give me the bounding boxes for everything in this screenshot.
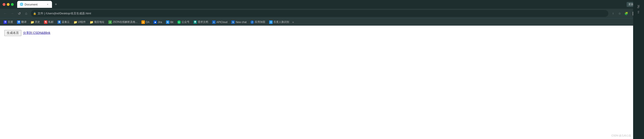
- bookmark-item-doc[interactable]: 需 需求文档: [192, 19, 210, 24]
- bookmark-item-translate[interactable]: 译 翻译: [15, 19, 28, 24]
- traffic-lights: [2, 3, 14, 6]
- cura-icon: ↺: [250, 20, 254, 24]
- bookmark-item-address[interactable]: 📁 项目地址: [88, 19, 106, 24]
- json-icon: J: [108, 20, 112, 24]
- tabs-area: 🌐 Document × +: [17, 1, 625, 8]
- bookmark-label: 项目地址: [94, 20, 104, 24]
- bookmark-item-jira[interactable]: ◆ Jira: [152, 20, 164, 24]
- bookmark-label: Jira: [158, 21, 162, 24]
- address-text: 文件 | /Users/jhxl/Desktop/名言生成器.html: [38, 11, 606, 15]
- bookmark-label: 百度: [8, 20, 13, 24]
- new-tab-button[interactable]: +: [53, 1, 59, 7]
- lock-icon: 🔒: [33, 12, 36, 15]
- bookmark-label: UI组件: [78, 20, 86, 24]
- bookmark-item-bit[interactable]: B Bit: [164, 20, 175, 24]
- folder-icon: 📁: [30, 20, 34, 24]
- bookmark-label: APICloud: [216, 21, 228, 24]
- baiduface-icon: AI: [269, 20, 272, 24]
- bookmark-label: JSON在线解析及格...: [113, 20, 138, 24]
- share-button[interactable]: ↑: [610, 10, 616, 16]
- refresh-button[interactable]: ↺: [16, 10, 22, 16]
- bookmark-item-history[interactable]: 📁 历史: [29, 19, 42, 24]
- bookmarks-bar: 百 百度 译 翻译 📁 历史 私 私邮 蓝 蓝奏云 📁 UI组件 📁 项目地址 …: [0, 18, 644, 26]
- bookmark-label: 私邮: [48, 20, 54, 24]
- privacy-icon: 私: [44, 20, 48, 24]
- nav-bar: ← → ↺ ⌂ 🔒 文件 | /Users/jhxl/Desktop/名言生成器…: [0, 9, 644, 18]
- oa-icon: ▲: [142, 20, 145, 24]
- newchat-icon: N: [231, 20, 235, 24]
- rp-text-3: tm: [636, 10, 641, 14]
- bookmark-label: 需求文档: [198, 20, 208, 24]
- bookmark-label: 历史: [35, 20, 40, 24]
- bookmark-label: 蓝奏云: [62, 20, 70, 24]
- generate-quote-button[interactable]: 生成名言: [4, 30, 21, 36]
- bookmark-label: 百度人脸识别: [274, 20, 289, 24]
- share-link[interactable]: 分享到 CSDN&Blink: [23, 31, 50, 35]
- bookmark-item-baidu[interactable]: 百 百度: [2, 19, 15, 24]
- folder-icon-3: 📁: [90, 20, 93, 24]
- bookmark-item-apicloud[interactable]: A APICloud: [210, 20, 229, 24]
- home-button[interactable]: ⌂: [23, 10, 29, 16]
- extensions-button[interactable]: 🧩: [623, 10, 629, 16]
- bookmark-item-oa[interactable]: ▲ OA: [140, 20, 151, 24]
- bookmark-label: Bit: [170, 21, 174, 24]
- tab-favicon: 🌐: [20, 2, 23, 6]
- jira-icon: ◆: [154, 20, 157, 24]
- bookmark-item-lanyun[interactable]: 蓝 蓝奏云: [56, 19, 71, 24]
- browser-tab-active[interactable]: 🌐 Document ×: [17, 1, 52, 8]
- bookmark-item-ui[interactable]: 📁 UI组件: [72, 19, 88, 24]
- minimize-window-button[interactable]: [7, 3, 10, 6]
- tab-close-button[interactable]: ×: [46, 2, 50, 6]
- api-icon: A: [212, 20, 216, 24]
- gzh-icon: ●: [177, 20, 181, 24]
- bookmark-item-privacy[interactable]: 私 私邮: [42, 19, 55, 24]
- bookmark-label: 翻译: [21, 20, 26, 24]
- bookmark-item-baiduface[interactable]: AI 百度人脸识别: [268, 19, 291, 24]
- bookmark-label: OA: [146, 21, 150, 24]
- translate-icon: 译: [17, 20, 20, 24]
- tab-title: Document: [24, 3, 44, 6]
- right-panel: 写 ng tm: [633, 0, 644, 113]
- bookmark-star-button[interactable]: ☆: [616, 10, 623, 16]
- bit-icon: B: [166, 20, 170, 24]
- folder-icon-2: 📁: [74, 20, 77, 24]
- bookmark-item-cura[interactable]: ↺ 应用加固: [249, 19, 267, 24]
- bookmark-label: 公众号: [182, 20, 190, 24]
- browser-chrome: 🌐 Document × + 更新 ⋮ ← → ↺ ⌂ 🔒 文件 | /User…: [0, 0, 644, 26]
- title-bar: 🌐 Document × + 更新 ⋮: [0, 0, 644, 9]
- bookmarks-more-button[interactable]: »: [291, 20, 294, 24]
- back-button[interactable]: ←: [2, 10, 8, 16]
- close-window-button[interactable]: [2, 3, 6, 6]
- rp-text-1: 写: [636, 2, 641, 4]
- bookmark-item-json[interactable]: J JSON在线解析及格...: [106, 19, 139, 24]
- maximize-window-button[interactable]: [11, 3, 14, 6]
- bookmark-item-newchat[interactable]: N New chat: [230, 20, 248, 24]
- address-bar[interactable]: 🔒 文件 | /Users/jhxl/Desktop/名言生成器.html: [31, 10, 608, 17]
- lanyun-icon: 蓝: [58, 20, 61, 24]
- page-content: 生成名言 分享到 CSDN&Blink: [0, 26, 644, 113]
- bookmark-item-gzh[interactable]: ● 公众号: [176, 19, 191, 24]
- forward-button[interactable]: →: [9, 10, 15, 16]
- bookmark-label: 应用加固: [255, 20, 265, 24]
- page-actions-row: 生成名言 分享到 CSDN&Blink: [4, 30, 640, 36]
- doc-icon: 需: [194, 20, 197, 24]
- bookmark-label: New chat: [236, 21, 246, 24]
- rp-text-2: ng: [636, 5, 641, 9]
- baidu-icon: 百: [4, 20, 7, 24]
